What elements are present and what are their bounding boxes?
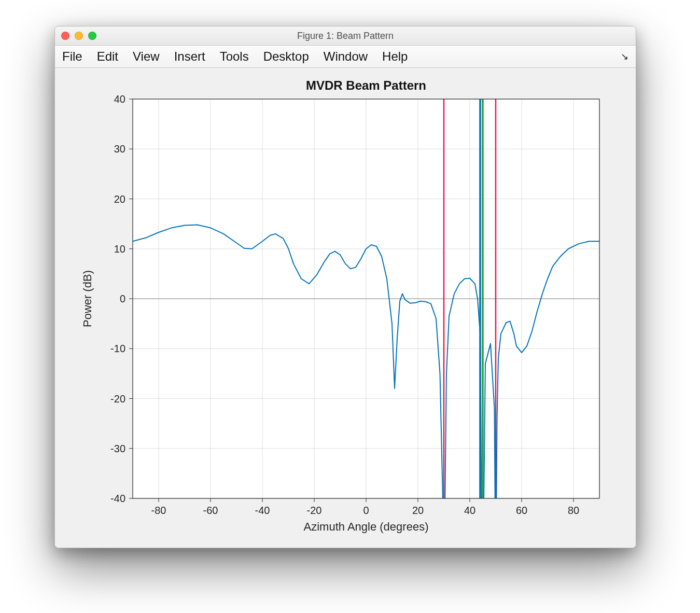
menu-insert[interactable]: Insert: [174, 49, 205, 64]
y-tick-label: 0: [120, 293, 125, 304]
chart-title: MVDR Beam Pattern: [306, 78, 426, 92]
chart: -80-60-40-20020406080-40-30-20-100102030…: [55, 68, 636, 548]
x-tick-label: 20: [412, 505, 424, 516]
minimize-icon[interactable]: [75, 32, 83, 40]
dock-icon[interactable]: ↘: [621, 51, 628, 62]
x-tick-label: 0: [363, 505, 369, 516]
figure-window: Figure 1: Beam Pattern File Edit View In…: [54, 26, 636, 548]
y-tick-label: -30: [110, 443, 125, 454]
y-tick-label: 30: [114, 143, 125, 155]
y-axis-label: Power (dB): [81, 270, 94, 327]
menu-desktop[interactable]: Desktop: [263, 49, 309, 64]
x-tick-label: 80: [568, 505, 579, 516]
x-tick-label: 60: [516, 505, 527, 516]
menu-view[interactable]: View: [133, 49, 160, 64]
menu-file[interactable]: File: [62, 49, 82, 64]
window-title: Figure 1: Beam Pattern: [55, 31, 636, 41]
figure-area: -80-60-40-20020406080-40-30-20-100102030…: [55, 68, 636, 548]
menubar: File Edit View Insert Tools Desktop Wind…: [55, 46, 636, 68]
x-tick-label: -20: [307, 505, 322, 516]
y-tick-label: 10: [114, 243, 125, 255]
y-tick-label: 40: [114, 93, 125, 105]
y-tick-label: -10: [110, 343, 125, 354]
menu-edit[interactable]: Edit: [97, 49, 118, 64]
y-tick-label: 20: [114, 193, 125, 205]
titlebar: Figure 1: Beam Pattern: [55, 26, 636, 46]
y-tick-label: -40: [110, 493, 125, 504]
x-tick-label: 40: [464, 505, 475, 516]
close-icon[interactable]: [61, 32, 69, 40]
x-tick-label: -80: [151, 505, 166, 516]
menu-window[interactable]: Window: [324, 49, 368, 64]
y-tick-label: -20: [110, 393, 125, 405]
x-tick-label: -60: [203, 505, 218, 516]
x-axis-label: Azimuth Angle (degrees): [304, 520, 429, 533]
zoom-icon[interactable]: [88, 32, 96, 40]
menu-tools[interactable]: Tools: [220, 49, 249, 64]
window-controls: [61, 32, 96, 40]
x-tick-label: -40: [255, 505, 270, 516]
menu-help[interactable]: Help: [382, 49, 408, 64]
